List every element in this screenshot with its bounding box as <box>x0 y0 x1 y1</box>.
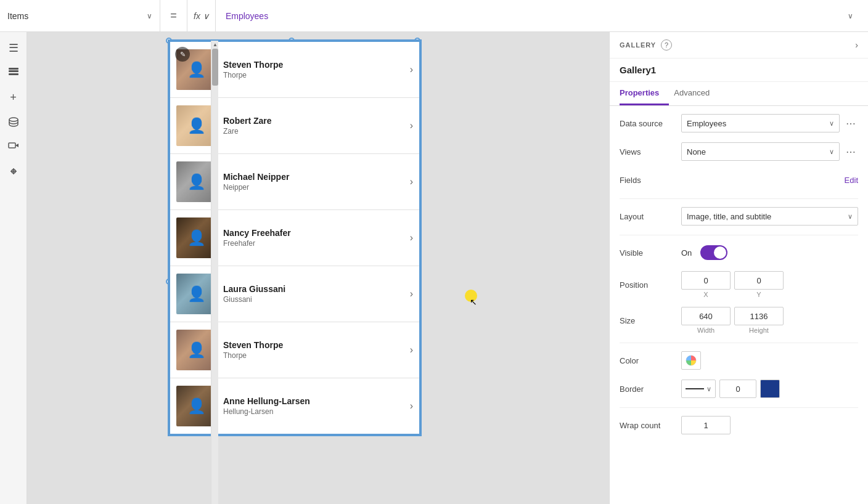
panel-expand-icon[interactable]: › <box>855 40 858 50</box>
position-control: X Y <box>681 271 858 298</box>
layout-chevron-icon: ∨ <box>848 213 853 221</box>
views-label: Views <box>620 147 681 156</box>
gallery-item[interactable]: 👤 Robert Zare Zare › <box>170 98 419 154</box>
svg-point-3 <box>9 118 18 121</box>
color-swatch[interactable] <box>681 351 701 370</box>
gallery-name: Gallery1 <box>610 59 868 82</box>
scroll-bar[interactable]: ▲ ▼ <box>211 41 218 504</box>
border-style-dropdown[interactable]: ∨ <box>681 380 716 398</box>
gallery-item[interactable]: ✎ 👤 Steven Thorpe Thorpe › <box>170 42 419 98</box>
items-label: Items <box>7 11 142 21</box>
gallery-item-text-6: Steven Thorpe Thorpe <box>217 340 410 360</box>
data-source-control: Employees ∨ ⋯ <box>681 114 858 132</box>
scroll-thumb[interactable] <box>212 49 218 86</box>
size-height-group: Height <box>734 307 784 334</box>
gallery-item-chevron-7: › <box>410 400 413 412</box>
fields-control: Edit <box>681 176 858 185</box>
divider-2 <box>620 235 858 235</box>
formula-chevron-icon[interactable]: ∨ <box>848 12 858 20</box>
border-row: Border ∨ <box>620 379 858 399</box>
gallery-item-title-5: Laura Giussani <box>223 284 404 294</box>
svg-rect-1 <box>9 73 18 75</box>
visible-control: On <box>681 245 858 260</box>
wrap-count-input[interactable] <box>681 416 731 434</box>
size-height-label: Height <box>749 327 769 334</box>
gallery-item-title-4: Nancy Freehafer <box>223 228 404 238</box>
position-x-input[interactable] <box>681 271 731 290</box>
gallery-item-chevron-2: › <box>410 120 413 131</box>
data-source-dropdown[interactable]: Employees ∨ <box>681 114 840 132</box>
sidebar-layers-icon[interactable] <box>2 62 25 84</box>
gallery-item-title-1: Steven Thorpe <box>223 60 404 70</box>
wrap-count-row: Wrap count <box>620 415 858 435</box>
svg-rect-0 <box>9 70 18 72</box>
data-source-more-button[interactable]: ⋯ <box>843 116 858 131</box>
position-y-group: Y <box>734 271 784 298</box>
sidebar-media-icon[interactable] <box>2 136 25 158</box>
size-height-input[interactable] <box>734 307 784 325</box>
layout-row: Layout Image, title, and subtitle ∨ <box>620 206 858 226</box>
gallery-item-subtitle-1: Thorpe <box>223 71 404 79</box>
fx-chevron-icon: ∨ <box>203 11 209 21</box>
divider-1 <box>620 198 858 199</box>
sidebar-tools-icon[interactable] <box>2 160 25 182</box>
border-width-input[interactable] <box>719 380 756 398</box>
left-sidebar: ☰ + <box>0 32 27 504</box>
panel-tabs: Properties Advanced <box>610 82 868 106</box>
color-label: Color <box>620 356 681 365</box>
fx-label: fx <box>194 11 200 21</box>
gallery-item[interactable]: 👤 Michael Neipper Neipper › <box>170 154 419 210</box>
main-layout: ☰ + ✎ 👤 <box>0 32 868 504</box>
properties-content: Data source Employees ∨ ⋯ Views None ∨ <box>610 106 868 451</box>
tab-advanced[interactable]: Advanced <box>674 82 719 105</box>
svg-rect-4 <box>9 143 15 148</box>
gallery-item-chevron-4: › <box>410 232 413 243</box>
views-more-button[interactable]: ⋯ <box>843 144 858 159</box>
layout-dropdown[interactable]: Image, title, and subtitle ∨ <box>681 207 858 226</box>
gallery-item-chevron-5: › <box>410 288 413 299</box>
top-bar: Items ∨ = fx ∨ Employees ∨ <box>0 0 868 32</box>
items-dropdown[interactable]: Items ∨ <box>0 0 160 32</box>
border-color-swatch[interactable] <box>760 380 780 398</box>
views-dropdown[interactable]: None ∨ <box>681 142 840 161</box>
panel-help-icon[interactable]: ? <box>661 39 672 51</box>
canvas-area[interactable]: ✎ 👤 Steven Thorpe Thorpe › 👤 Robert Zare… <box>27 32 609 504</box>
sidebar-add-icon[interactable]: + <box>2 86 25 108</box>
gallery-item-title-3: Michael Neipper <box>223 172 404 182</box>
border-style-chevron-icon: ∨ <box>706 385 711 393</box>
position-label: Position <box>620 280 681 290</box>
gallery-item[interactable]: 👤 Steven Thorpe Thorpe › <box>170 322 419 378</box>
sidebar-menu-icon[interactable]: ☰ <box>2 37 25 59</box>
gallery-item-subtitle-2: Zare <box>223 127 404 136</box>
layout-value: Image, title, and subtitle <box>687 212 771 221</box>
gallery-item-chevron-6: › <box>410 344 413 356</box>
gallery-item[interactable]: 👤 Anne Hellung-Larsen Hellung-Larsen › <box>170 378 419 434</box>
gallery-item-chevron-1: › <box>410 64 413 75</box>
position-y-label: Y <box>756 291 761 298</box>
tab-properties[interactable]: Properties <box>620 82 669 105</box>
position-row: Position X Y <box>620 271 858 298</box>
position-y-input[interactable] <box>734 271 784 290</box>
gallery-component[interactable]: ✎ 👤 Steven Thorpe Thorpe › 👤 Robert Zare… <box>169 41 420 435</box>
views-control: None ∨ ⋯ <box>681 142 858 161</box>
visible-label: Visible <box>620 248 681 258</box>
divider-3 <box>620 343 858 343</box>
data-source-value: Employees <box>687 119 726 128</box>
gallery-item[interactable]: 👤 Laura Giussani Giussani › <box>170 266 419 322</box>
gallery-item-subtitle-4: Freehafer <box>223 239 404 248</box>
gallery-item-text-2: Robert Zare Zare <box>217 116 410 136</box>
gallery-item-text-4: Nancy Freehafer Freehafer <box>217 228 410 248</box>
formula-bar[interactable]: Employees ∨ <box>216 0 868 32</box>
fx-button[interactable]: fx ∨ <box>187 0 216 32</box>
scroll-up-icon[interactable]: ▲ <box>211 41 219 48</box>
gallery-item-title-7: Anne Hellung-Larsen <box>223 396 404 406</box>
visible-toggle[interactable] <box>700 245 727 260</box>
data-source-chevron-icon: ∨ <box>829 120 834 128</box>
fields-edit-link[interactable]: Edit <box>845 176 858 185</box>
size-width-input[interactable] <box>681 307 731 325</box>
layout-label: Layout <box>620 212 681 221</box>
gallery-item-subtitle-3: Neipper <box>223 183 404 192</box>
gallery-item[interactable]: 👤 Nancy Freehafer Freehafer › <box>170 210 419 266</box>
gallery-item-text-1: Steven Thorpe Thorpe <box>217 60 410 79</box>
sidebar-database-icon[interactable] <box>2 111 25 133</box>
